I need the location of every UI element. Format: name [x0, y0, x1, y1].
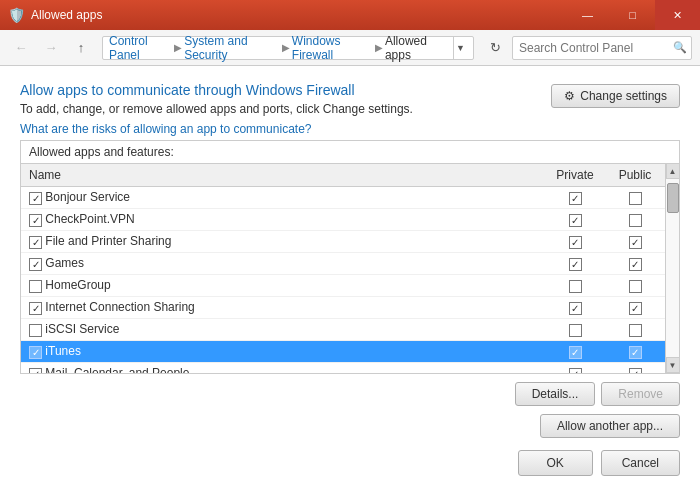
private-checkbox[interactable]: [569, 236, 582, 249]
public-check-cell[interactable]: [605, 297, 665, 319]
apps-table-wrapper: Name Private Public Bonjour Service Chec…: [21, 163, 679, 373]
public-check-cell[interactable]: [605, 363, 665, 374]
search-input[interactable]: [512, 36, 692, 60]
risks-link[interactable]: What are the risks of allowing an app to…: [20, 122, 311, 136]
app-name-cell: Games: [21, 253, 545, 275]
private-checkbox[interactable]: [569, 302, 582, 315]
minimize-button[interactable]: —: [565, 0, 610, 30]
up-button[interactable]: ↑: [68, 35, 94, 61]
row-checkbox-name[interactable]: [29, 302, 42, 315]
breadcrumb-bar: Control Panel ▶ System and Security ▶ Wi…: [102, 36, 474, 60]
public-check-cell[interactable]: [605, 275, 665, 297]
breadcrumb-allowed-apps: Allowed apps: [385, 34, 447, 62]
public-checkbox[interactable]: [629, 192, 642, 205]
private-checkbox[interactable]: [569, 346, 582, 359]
title-bar-left: 🛡️ Allowed apps: [8, 7, 102, 23]
bottom-buttons: OK Cancel: [20, 450, 680, 476]
title-bar-buttons: — □ ✕: [565, 0, 700, 30]
public-checkbox[interactable]: [629, 236, 642, 249]
search-icon-button[interactable]: 🔍: [672, 40, 688, 56]
remove-button[interactable]: Remove: [601, 382, 680, 406]
row-checkbox-name[interactable]: [29, 258, 42, 271]
public-checkbox[interactable]: [629, 214, 642, 227]
table-row[interactable]: Mail, Calendar, and People: [21, 363, 665, 374]
window-icon: 🛡️: [8, 7, 25, 23]
public-checkbox[interactable]: [629, 258, 642, 271]
private-check-cell[interactable]: [545, 187, 605, 209]
table-row[interactable]: CheckPoint.VPN: [21, 209, 665, 231]
col-header-name: Name: [21, 164, 545, 187]
apps-table: Name Private Public Bonjour Service Chec…: [21, 163, 665, 373]
public-check-cell[interactable]: [605, 231, 665, 253]
row-checkbox-name[interactable]: [29, 324, 42, 337]
table-row[interactable]: Bonjour Service: [21, 187, 665, 209]
page-heading: Allow apps to communicate through Window…: [20, 82, 413, 98]
refresh-button[interactable]: ↻: [482, 35, 508, 61]
private-checkbox[interactable]: [569, 324, 582, 337]
table-row[interactable]: File and Printer Sharing: [21, 231, 665, 253]
table-row[interactable]: HomeGroup: [21, 275, 665, 297]
private-check-cell[interactable]: [545, 319, 605, 341]
private-check-cell[interactable]: [545, 209, 605, 231]
table-row[interactable]: iTunes: [21, 341, 665, 363]
breadcrumb-control-panel[interactable]: Control Panel: [109, 34, 172, 62]
ok-button[interactable]: OK: [518, 450, 593, 476]
public-checkbox[interactable]: [629, 280, 642, 293]
private-checkbox[interactable]: [569, 280, 582, 293]
row-checkbox-name[interactable]: [29, 346, 42, 359]
col-header-private: Private: [545, 164, 605, 187]
table-row[interactable]: Internet Connection Sharing: [21, 297, 665, 319]
public-checkbox[interactable]: [629, 302, 642, 315]
public-checkbox[interactable]: [629, 324, 642, 337]
apps-container: Allowed apps and features: Name Private …: [20, 140, 680, 374]
scroll-up-button[interactable]: ▲: [666, 163, 680, 179]
public-check-cell[interactable]: [605, 187, 665, 209]
private-check-cell[interactable]: [545, 253, 605, 275]
public-check-cell[interactable]: [605, 209, 665, 231]
apps-list-label: Allowed apps and features:: [21, 141, 679, 163]
scrollbar[interactable]: ▲ ▼: [665, 163, 679, 373]
row-checkbox-name[interactable]: [29, 280, 42, 293]
back-button[interactable]: ←: [8, 35, 34, 61]
scrollbar-thumb[interactable]: [667, 183, 679, 213]
breadcrumb-system-security[interactable]: System and Security: [184, 34, 280, 62]
col-header-public: Public: [605, 164, 665, 187]
cancel-button[interactable]: Cancel: [601, 450, 680, 476]
private-check-cell[interactable]: [545, 297, 605, 319]
breadcrumb-windows-firewall[interactable]: Windows Firewall: [292, 34, 373, 62]
private-check-cell[interactable]: [545, 363, 605, 374]
private-checkbox[interactable]: [569, 214, 582, 227]
public-checkbox[interactable]: [629, 346, 642, 359]
app-name-cell: Bonjour Service: [21, 187, 545, 209]
private-check-cell[interactable]: [545, 341, 605, 363]
public-check-cell[interactable]: [605, 341, 665, 363]
table-row[interactable]: Games: [21, 253, 665, 275]
row-checkbox-name[interactable]: [29, 236, 42, 249]
private-checkbox[interactable]: [569, 368, 582, 373]
app-name-cell: iTunes: [21, 341, 545, 363]
details-button[interactable]: Details...: [515, 382, 596, 406]
table-row[interactable]: iSCSI Service: [21, 319, 665, 341]
private-checkbox[interactable]: [569, 192, 582, 205]
change-settings-button[interactable]: ⚙ Change settings: [551, 84, 680, 108]
app-name-cell: HomeGroup: [21, 275, 545, 297]
close-button[interactable]: ✕: [655, 0, 700, 30]
row-checkbox-name[interactable]: [29, 368, 42, 373]
row-checkbox-name[interactable]: [29, 214, 42, 227]
row-checkbox-name[interactable]: [29, 192, 42, 205]
public-check-cell[interactable]: [605, 253, 665, 275]
navigation-bar: ← → ↑ Control Panel ▶ System and Securit…: [0, 30, 700, 66]
private-check-cell[interactable]: [545, 231, 605, 253]
breadcrumb-sep-1: ▶: [174, 42, 182, 53]
gear-icon: ⚙: [564, 89, 575, 103]
allow-another-button[interactable]: Allow another app...: [540, 414, 680, 438]
breadcrumb-dropdown[interactable]: ▼: [453, 36, 467, 60]
public-checkbox[interactable]: [629, 368, 642, 373]
forward-button[interactable]: →: [38, 35, 64, 61]
private-checkbox[interactable]: [569, 258, 582, 271]
scroll-down-button[interactable]: ▼: [666, 357, 680, 373]
public-check-cell[interactable]: [605, 319, 665, 341]
maximize-button[interactable]: □: [610, 0, 655, 30]
app-name-cell: Internet Connection Sharing: [21, 297, 545, 319]
private-check-cell[interactable]: [545, 275, 605, 297]
